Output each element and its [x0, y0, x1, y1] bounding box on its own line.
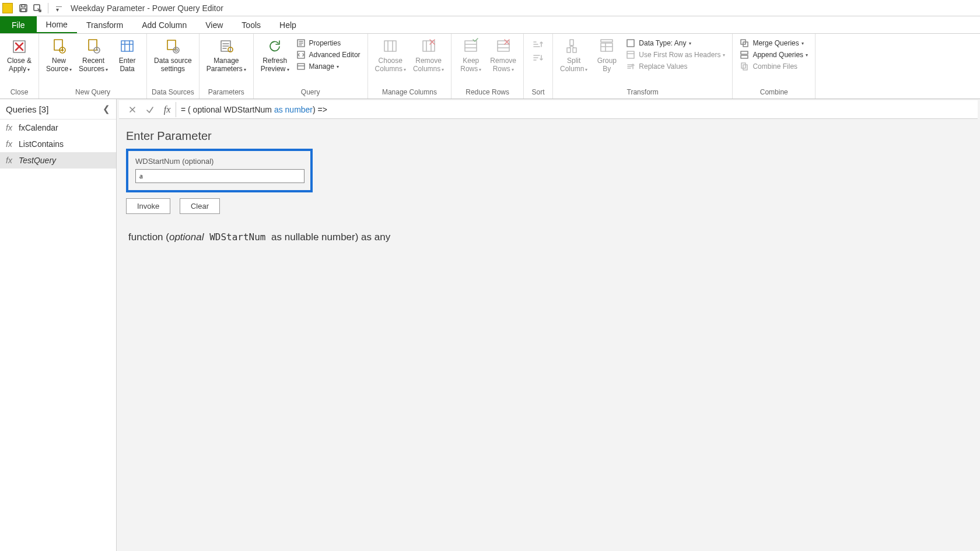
- remove-columns-label: Remove Columns: [413, 57, 442, 73]
- svg-rect-22: [570, 40, 573, 45]
- svg-rect-1: [22, 5, 25, 7]
- tab-file[interactable]: File: [0, 16, 37, 33]
- ribbon-group-newquery: New Source▾ Recent Sources▾ Enter Data N…: [39, 34, 147, 99]
- choose-columns-button[interactable]: Choose Columns▾: [372, 35, 410, 76]
- manage-parameters-button[interactable]: Manage Parameters▾: [203, 35, 250, 76]
- group-label-newquery: New Query: [43, 87, 143, 99]
- svg-rect-31: [741, 51, 748, 54]
- combine-files-button[interactable]: Combine Files: [736, 61, 811, 72]
- tab-home[interactable]: Home: [37, 16, 77, 33]
- data-source-settings-icon: [163, 37, 182, 56]
- split-column-icon: [565, 37, 583, 56]
- properties-icon: [296, 38, 306, 48]
- formula-accept-button[interactable]: [141, 102, 159, 117]
- svg-rect-20: [465, 41, 477, 51]
- enter-data-icon: [118, 37, 136, 56]
- group-label-columns: Manage Columns: [372, 87, 448, 99]
- group-label-rows: Reduce Rows: [455, 87, 520, 99]
- tab-add-column[interactable]: Add Column: [132, 16, 196, 33]
- save-icon[interactable]: [18, 2, 29, 14]
- recent-sources-button[interactable]: Recent Sources▾: [75, 35, 111, 76]
- ribbon-group-query: Refresh Preview▾ Properties Advanced Edi…: [254, 34, 368, 99]
- svg-rect-17: [298, 64, 304, 69]
- svg-rect-28: [627, 51, 634, 58]
- ribbon-group-combine: Merge Queries▾ Append Queries▾ Combine F…: [733, 34, 816, 99]
- merge-queries-button[interactable]: Merge Queries▾: [736, 37, 811, 49]
- manage-query-label: Manage: [309, 62, 334, 71]
- advanced-editor-icon: [296, 50, 306, 59]
- data-source-settings-label: Data source settings: [154, 57, 192, 73]
- svg-rect-27: [627, 40, 634, 47]
- fx-icon: fx: [6, 123, 19, 132]
- query-item-listcontains[interactable]: fx ListContains: [0, 136, 116, 152]
- remove-rows-button[interactable]: Remove Rows▾: [487, 35, 520, 76]
- combine-files-label: Combine Files: [752, 62, 797, 71]
- sig-kw: optional: [169, 231, 204, 243]
- keep-rows-button[interactable]: Keep Rows▾: [455, 35, 487, 76]
- qat-dropdown-icon[interactable]: —▾: [53, 2, 65, 14]
- first-row-headers-button[interactable]: Use First Row as Headers▾: [622, 49, 729, 61]
- queries-header[interactable]: Queries [3] ❮: [0, 99, 116, 120]
- content-area: Queries [3] ❮ fx fxCalendar fx ListConta…: [0, 99, 980, 551]
- fx-icon: fx: [6, 156, 19, 165]
- svg-rect-7: [89, 40, 97, 50]
- choose-columns-label: Choose Columns: [375, 57, 402, 73]
- formula-fx-button[interactable]: fx: [159, 102, 176, 117]
- query-item-label: fxCalendar: [19, 123, 58, 132]
- tab-view[interactable]: View: [196, 16, 232, 33]
- properties-button[interactable]: Properties: [293, 37, 364, 49]
- advanced-editor-button[interactable]: Advanced Editor: [293, 49, 364, 61]
- svg-point-12: [175, 49, 177, 51]
- ribbon-group-sort: Sort: [524, 34, 553, 99]
- close-apply-icon: [10, 37, 29, 56]
- save-as-icon[interactable]: [32, 2, 43, 14]
- sort-desc-button[interactable]: [531, 52, 545, 65]
- remove-columns-icon: [419, 37, 438, 56]
- main-pane: fx = ( optional WDStartNum as number) =>…: [117, 99, 980, 551]
- queries-header-label: Queries [3]: [6, 104, 48, 114]
- append-queries-icon: [740, 50, 749, 59]
- tab-transform[interactable]: Transform: [77, 16, 132, 33]
- first-row-headers-icon: [626, 50, 635, 59]
- clear-button[interactable]: Clear: [180, 198, 220, 214]
- remove-columns-button[interactable]: Remove Columns▾: [410, 35, 447, 76]
- split-column-button[interactable]: Split Column▾: [556, 35, 591, 76]
- sig-p2: as nullable number) as any: [271, 231, 390, 243]
- group-by-button[interactable]: Group By: [591, 35, 622, 76]
- replace-values-icon: [626, 62, 635, 71]
- svg-point-11: [173, 47, 179, 53]
- enter-data-button[interactable]: Enter Data: [111, 35, 143, 76]
- close-apply-button[interactable]: Close & Apply▾: [4, 35, 35, 76]
- data-source-settings-button[interactable]: Data source settings: [150, 35, 195, 76]
- formula-suffix: ) =>: [313, 105, 327, 114]
- refresh-preview-button[interactable]: Refresh Preview▾: [257, 35, 293, 76]
- ribbon-group-columns: Choose Columns▾ Remove Columns▾ Manage C…: [368, 34, 452, 99]
- parameter-input[interactable]: [135, 169, 304, 183]
- collapse-queries-icon[interactable]: ❮: [103, 104, 110, 114]
- queries-pane: Queries [3] ❮ fx fxCalendar fx ListConta…: [0, 99, 117, 551]
- svg-rect-9: [121, 41, 133, 51]
- query-item-fxcalendar[interactable]: fx fxCalendar: [0, 120, 116, 136]
- app-icon: [2, 3, 13, 13]
- tab-help[interactable]: Help: [270, 16, 306, 33]
- group-label-transform: Transform: [556, 87, 729, 99]
- parameter-highlight-box: WDStartNum (optional): [126, 149, 313, 192]
- append-queries-button[interactable]: Append Queries▾: [736, 49, 811, 61]
- sort-asc-button[interactable]: [531, 38, 545, 52]
- formula-bar: fx = ( optional WDStartNum as number) =>: [119, 100, 978, 119]
- query-item-testquery[interactable]: fx TestQuery: [0, 152, 116, 169]
- refresh-preview-label: Refresh Preview: [261, 57, 287, 73]
- tab-tools[interactable]: Tools: [232, 16, 270, 33]
- split-column-label: Split Column: [560, 57, 584, 73]
- data-type-button[interactable]: Data Type: Any▾: [622, 37, 729, 49]
- formula-text[interactable]: = ( optional WDStartNum as number) =>: [181, 105, 327, 114]
- manage-query-button[interactable]: Manage▾: [293, 61, 364, 72]
- append-queries-label: Append Queries: [752, 51, 803, 59]
- formula-cancel-button[interactable]: [124, 102, 141, 117]
- svg-rect-26: [601, 40, 612, 42]
- invoke-button[interactable]: Invoke: [126, 198, 170, 214]
- ribbon-group-close: Close & Apply▾ Close: [0, 34, 39, 99]
- new-source-button[interactable]: New Source▾: [43, 35, 75, 76]
- menu-bar: File Home Transform Add Column View Tool…: [0, 16, 980, 34]
- replace-values-button[interactable]: Replace Values: [622, 61, 729, 72]
